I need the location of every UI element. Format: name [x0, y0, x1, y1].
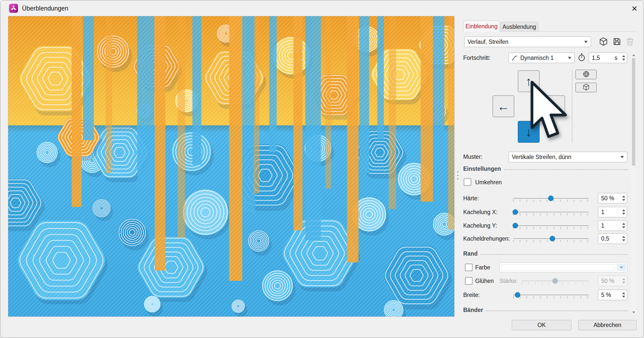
spin-arrows: [622, 276, 625, 286]
cube-icon: [599, 37, 608, 47]
settings-panel: Einblendung Ausblendung Verlauf, Streife…: [463, 16, 636, 317]
tile-x-slider[interactable]: [513, 208, 589, 216]
cube-3d-icon: [582, 83, 590, 92]
slider-ticks: [513, 213, 589, 216]
slider-ticks: [513, 296, 589, 298]
duration-spinbox[interactable]: 1,5 s: [589, 53, 627, 63]
duration-value: 1,5: [592, 55, 600, 61]
progress-curve-combo[interactable]: Dynamisch 1: [509, 53, 575, 63]
section-dotted-line: [481, 254, 628, 255]
spin-arrows[interactable]: [622, 221, 625, 231]
cancel-button[interactable]: Abbrechen: [578, 320, 636, 330]
spin-up-icon[interactable]: [622, 223, 625, 225]
slider-track: [513, 295, 589, 295]
progress-label: Fortschritt:: [463, 54, 491, 61]
slider-track: [513, 212, 589, 212]
tab-ausblendung[interactable]: Ausblendung: [500, 22, 538, 32]
wireframe-sphere-icon: [582, 70, 590, 79]
up-arrow-icon: ↑: [526, 74, 532, 89]
stopwatch-icon: [577, 53, 586, 63]
pattern-value: Vertikale Streifen, dünn: [512, 154, 571, 160]
duration-unit: s: [615, 55, 618, 61]
border-width-slider[interactable]: [513, 291, 589, 299]
direction-down-button[interactable]: ↓: [518, 121, 540, 143]
slider-thumb[interactable]: [513, 223, 518, 228]
tile-x-value: 1: [601, 209, 604, 216]
tile-y-label: Kachelung Y:: [463, 222, 497, 229]
slider-thumb[interactable]: [548, 196, 554, 201]
glow-strength-value: 50 %: [601, 278, 614, 284]
section-border-title: Rand: [463, 250, 478, 257]
section-settings-title: Einstellungen: [463, 165, 501, 172]
border-width-label: Breite:: [463, 291, 480, 298]
transitions-dialog: Überblendungen ✕ Einblendung Ausblendung…: [0, 0, 644, 338]
pattern-combo[interactable]: Vertikale Streifen, dünn: [509, 152, 627, 162]
spin-arrows[interactable]: [622, 207, 625, 217]
spin-down-icon: [622, 282, 625, 284]
spin-up-icon[interactable]: [622, 55, 625, 57]
ok-button[interactable]: OK: [512, 320, 571, 330]
spin-down-icon[interactable]: [622, 59, 625, 61]
tile-y-spinbox[interactable]: 1: [598, 220, 627, 231]
tile-rotation-slider[interactable]: [513, 235, 589, 242]
scrollbar-thumb[interactable]: [632, 58, 635, 166]
tab-einblendung[interactable]: Einblendung: [463, 21, 500, 32]
sphere-mode-button[interactable]: [575, 70, 597, 79]
section-settings: Einstellungen: [463, 165, 627, 172]
panel-scrollbar[interactable]: [631, 53, 636, 315]
floppy-icon: [612, 37, 622, 47]
spin-arrows[interactable]: [622, 234, 625, 244]
cube-mode-button[interactable]: [575, 83, 597, 92]
hardness-spinbox[interactable]: 50 %: [598, 193, 627, 204]
tile-x-spinbox[interactable]: 1: [598, 207, 627, 217]
spin-down-icon[interactable]: [622, 213, 625, 215]
invert-checkbox[interactable]: [464, 178, 471, 186]
hardness-slider[interactable]: [513, 195, 589, 202]
spin-up-icon[interactable]: [622, 292, 625, 294]
pattern-label: Muster:: [463, 153, 482, 160]
right-arrow-icon: →: [548, 99, 561, 114]
spin-arrows[interactable]: [622, 193, 625, 203]
spin-up-icon[interactable]: [622, 236, 625, 238]
spin-down-icon[interactable]: [622, 296, 625, 298]
section-dotted-line: [504, 169, 627, 170]
tile-y-value: 1: [601, 222, 604, 229]
section-bands-title: Bänder: [463, 307, 483, 313]
glow-strength-label: Stärke:: [500, 277, 518, 284]
close-icon: ✕: [631, 4, 637, 13]
tile-rotation-label: Kacheldrehungen:: [463, 235, 510, 242]
spin-down-icon[interactable]: [622, 239, 625, 241]
close-button[interactable]: ✕: [629, 4, 639, 14]
slider-thumb[interactable]: [513, 209, 518, 215]
chevron-down-icon: [620, 156, 624, 158]
preset-combo[interactable]: Verlauf, Streifen: [464, 37, 591, 47]
save-preset-button[interactable]: [612, 37, 622, 47]
glow-strength-spinbox: 50 %: [598, 276, 627, 286]
slider-thumb: [552, 278, 558, 284]
hardness-label: Härte:: [463, 195, 479, 202]
glow-checkbox[interactable]: [465, 277, 472, 285]
tile-y-slider[interactable]: [513, 222, 589, 229]
border-width-spinbox[interactable]: 5 %: [598, 290, 627, 300]
stopwatch-button[interactable]: [577, 53, 586, 62]
tile-rotation-spinbox[interactable]: 0,5: [598, 233, 627, 244]
slider-thumb[interactable]: [550, 236, 555, 241]
direction-right-button[interactable]: →: [543, 95, 565, 117]
spin-arrows[interactable]: [622, 290, 625, 300]
window-title: Überblendungen: [22, 1, 68, 16]
slider-thumb[interactable]: [515, 292, 520, 298]
spin-down-icon[interactable]: [622, 199, 625, 201]
preset-3d-button[interactable]: [598, 37, 608, 47]
direction-left-button[interactable]: ←: [493, 95, 514, 117]
scroll-up-icon[interactable]: [632, 54, 635, 56]
spin-up-icon[interactable]: [622, 196, 625, 198]
direction-up-button[interactable]: ↑: [518, 70, 540, 92]
spin-down-icon[interactable]: [622, 226, 625, 228]
scroll-down-icon[interactable]: [632, 311, 635, 313]
spin-arrows[interactable]: [622, 53, 625, 63]
spin-up-icon[interactable]: [622, 209, 625, 211]
preview-canvas[interactable]: [8, 16, 454, 317]
border-color-checkbox[interactable]: [465, 264, 472, 271]
hardness-value: 50 %: [601, 195, 614, 202]
splitter-handle[interactable]: [457, 171, 459, 186]
